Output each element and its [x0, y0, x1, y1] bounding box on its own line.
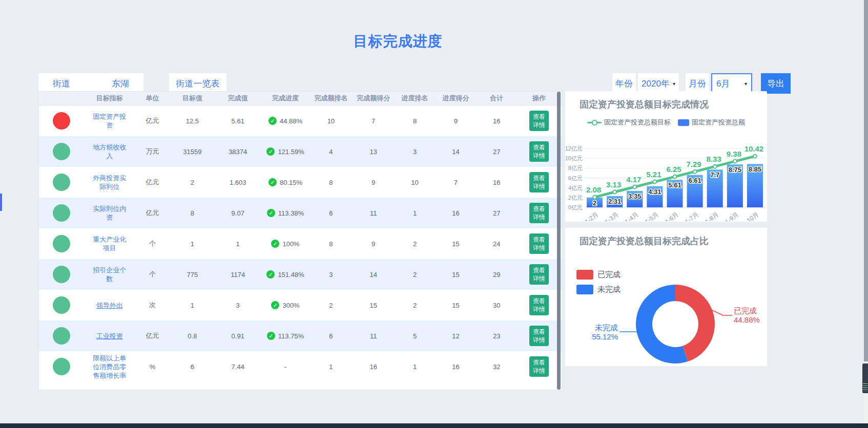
indicator-link[interactable]: 限额以上单位消费品零售额增长率 — [91, 354, 129, 380]
table-cell: 1.603 — [215, 179, 261, 186]
progress-cell: ✓300% — [261, 301, 310, 309]
table-cell: 2 — [310, 302, 352, 309]
progress-value: 113.38% — [278, 209, 304, 217]
table-row: 重大产业化项目个11✓100%8921524查看详情 — [39, 228, 562, 259]
progress-cell: ✓44.88% — [261, 117, 310, 125]
table-cell: 27 — [477, 148, 516, 156]
column-header: 完成进度 — [261, 94, 310, 103]
street-value[interactable]: 东湖 — [112, 78, 129, 90]
progress-cell: ✓151.48% — [261, 270, 310, 279]
view-detail-button[interactable]: 查看详情 — [529, 326, 549, 346]
table-row: 工业投资亿元0.80.91✓113.75%61151223查看详情 — [39, 320, 562, 351]
svg-text:1-6月: 1-6月 — [664, 210, 680, 221]
view-detail-button[interactable]: 查看详情 — [529, 111, 549, 131]
view-detail-button[interactable]: 查看详情 — [529, 172, 549, 192]
view-detail-button[interactable]: 查看详情 — [529, 264, 549, 285]
table-body: 目标指标单位目标值完成值完成进度完成额排名完成额得分进度排名进度得分合计操作固定… — [39, 92, 562, 382]
progress-value: 44.88% — [280, 117, 302, 125]
drawer-handle[interactable] — [0, 194, 2, 211]
table-cell: 775 — [170, 271, 215, 279]
svg-text:7.29: 7.29 — [687, 160, 701, 168]
table-row: 外商投资实际到位亿元21.603✓80.15%8910716查看详情 — [39, 167, 562, 198]
view-detail-button[interactable]: 查看详情 — [529, 295, 549, 315]
status-dot-red — [53, 112, 70, 130]
svg-text:未完成: 未完成 — [595, 323, 618, 332]
legend-item-target[interactable]: 固定资产投资总额目标 — [587, 118, 671, 127]
table-cell: 亿元 — [135, 331, 170, 340]
table-cell: 16 — [435, 209, 477, 217]
table-cell: 1 — [395, 209, 435, 217]
svg-text:2.08: 2.08 — [586, 185, 601, 194]
table-cell: 30 — [477, 302, 516, 309]
table-scrollbar[interactable] — [557, 92, 561, 390]
indicator-link[interactable]: 实际到位内资 — [91, 204, 129, 222]
check-circle-icon: ✓ — [267, 209, 275, 217]
svg-text:6亿元: 6亿元 — [568, 175, 583, 181]
view-detail-button[interactable]: 查看详情 — [529, 356, 549, 377]
table-cell: 6 — [310, 332, 352, 340]
view-detail-button[interactable]: 查看详情 — [529, 141, 549, 162]
investment-progress-card: 固定资产投资总额目标完成情况 固定资产投资总额目标 固定资产投资总额 0亿元2亿… — [565, 91, 767, 222]
table-cell: 9.07 — [215, 209, 261, 217]
progress-value: 100% — [282, 240, 299, 248]
progress-value: - — [284, 363, 286, 371]
indicator-link[interactable]: 重大产业化项目 — [91, 235, 129, 252]
status-dot-green — [53, 296, 70, 314]
table-cell: 5 — [395, 332, 435, 340]
check-circle-icon: ✓ — [268, 178, 277, 186]
year-select[interactable]: 2020年 ▾ — [638, 73, 679, 94]
table-cell: 15 — [435, 271, 477, 279]
svg-text:6.25: 6.25 — [666, 165, 681, 174]
indicator-link[interactable]: 固定资产投资 — [91, 112, 129, 130]
column-header: 完成额排名 — [310, 94, 352, 103]
table-row: 限额以上单位消费品零售额增长率%67.44-11611632查看详情 — [39, 351, 562, 382]
indicator-link[interactable]: 地方税收收入 — [91, 143, 129, 160]
svg-text:1-4月: 1-4月 — [624, 210, 640, 221]
export-button[interactable]: 导出 — [761, 73, 791, 94]
table-cell: 11 — [352, 209, 395, 217]
column-header: 进度得分 — [435, 94, 477, 103]
progress-cell: - — [261, 363, 310, 371]
indicator-link[interactable]: 领导外出 — [96, 301, 123, 310]
table-cell: 5.61 — [215, 117, 261, 125]
table-cell: 15 — [352, 302, 395, 309]
check-circle-icon: ✓ — [266, 270, 275, 279]
table-cell: 10 — [395, 179, 435, 186]
svg-text:1-7月: 1-7月 — [684, 210, 700, 221]
page-scrollbar-thumb[interactable] — [864, 0, 868, 361]
table-cell: 9 — [352, 179, 395, 186]
status-dot-green — [53, 143, 70, 160]
street-list-button[interactable]: 街道一览表 — [169, 73, 226, 94]
indicator-link[interactable]: 招引企业个数 — [91, 266, 129, 283]
status-dot-green — [53, 327, 70, 345]
bottom-bar — [0, 423, 868, 428]
progress-value: 300% — [282, 302, 299, 309]
table-cell: 8 — [310, 179, 352, 186]
view-detail-button[interactable]: 查看详情 — [529, 203, 549, 223]
month-select[interactable]: 6月 ▾ — [711, 73, 752, 94]
indicator-link[interactable]: 工业投资 — [96, 332, 123, 340]
status-dot-green — [53, 204, 70, 222]
table-row: 固定资产投资亿元12.55.61✓44.88%1078916查看详情 — [39, 105, 562, 136]
svg-text:2亿元: 2亿元 — [568, 195, 583, 201]
svg-text:1-3月: 1-3月 — [604, 210, 620, 221]
indicator-link[interactable]: 外商投资实际到位 — [91, 174, 129, 191]
svg-text:3.35: 3.35 — [628, 192, 641, 200]
legend-item-actual[interactable]: 固定资产投资总额 — [678, 118, 745, 127]
svg-text:已完成: 已完成 — [734, 306, 757, 315]
progress-cell: ✓80.15% — [261, 178, 310, 186]
svg-text:9.38: 9.38 — [727, 149, 741, 158]
svg-text:8.75: 8.75 — [729, 166, 741, 174]
view-detail-button[interactable]: 查看详情 — [529, 233, 549, 254]
svg-text:5.61: 5.61 — [668, 181, 681, 189]
svg-text:1-5月: 1-5月 — [644, 210, 660, 221]
bar-marker-icon — [678, 119, 689, 126]
table-header-row: 目标指标单位目标值完成值完成进度完成额排名完成额得分进度排名进度得分合计操作 — [39, 92, 562, 105]
page-title: 目标完成进度 — [0, 32, 796, 51]
street-filter: 街道 东湖 — [38, 73, 143, 94]
minimap-widget[interactable] — [862, 363, 868, 393]
street-list-label: 街道一览表 — [176, 78, 220, 90]
month-value: 6月 — [716, 78, 730, 90]
table-cell: 个 — [135, 239, 170, 248]
svg-text:0亿元: 0亿元 — [568, 204, 583, 210]
